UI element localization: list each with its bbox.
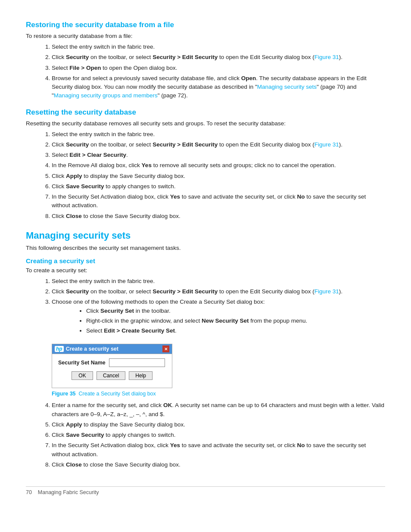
restoring-intro: To restore a security database from a fi… <box>26 33 385 39</box>
figure35-caption: Figure 35 Create a Security Set dialog b… <box>52 391 385 397</box>
managing-sets-link[interactable]: Managing security sets <box>257 84 317 90</box>
figure31-link-1[interactable]: Figure 31 <box>314 54 339 60</box>
list-item: Browse for and select a previously saved… <box>52 74 385 100</box>
list-item: Click Security on the toolbar, or select… <box>52 140 385 149</box>
list-item: Select the entry switch in the fabric tr… <box>52 130 385 139</box>
creating-intro: To create a security set: <box>26 267 385 274</box>
list-item: Select the entry switch in the fabric tr… <box>52 277 385 286</box>
list-item: Click Save Security to apply changes to … <box>52 182 385 191</box>
figure31-link-3[interactable]: Figure 31 <box>314 288 339 295</box>
list-item: Select File > Open to open the Open dial… <box>52 64 385 72</box>
dialog-titlebar: hp Create a security set ✕ <box>52 344 172 354</box>
dialog-close-button[interactable]: ✕ <box>162 345 169 352</box>
list-item: Click Close to close the Save Security d… <box>52 212 385 221</box>
list-item: Select Edit > Create Security Set. <box>86 327 385 335</box>
list-item: Click Security on the toolbar, or select… <box>52 53 385 62</box>
hp-logo: hp <box>55 346 64 352</box>
list-item: Click Save Security to apply changes to … <box>52 431 385 439</box>
creating-step3-bullets: Click Security Set in the toolbar. Right… <box>86 307 385 336</box>
resetting-title: Resetting the security database <box>26 108 385 117</box>
managing-title: Managing security sets <box>26 230 385 241</box>
list-item: Enter a name for the security set, and c… <box>52 401 385 419</box>
list-item: In the Security Set Activation dialog bo… <box>52 441 385 459</box>
list-item: In the Remove All dialog box, click Yes … <box>52 161 385 170</box>
list-item: Click Close to close the Save Security d… <box>52 460 385 469</box>
security-set-name-row: Security Set Name <box>58 358 166 367</box>
footer-text: Managing Fabric Security <box>38 489 99 495</box>
list-item: Click Apply to display the Save Security… <box>52 420 385 429</box>
resetting-steps: Select the entry switch in the fabric tr… <box>52 130 385 221</box>
create-security-set-dialog: hp Create a security set ✕ Security Set … <box>52 344 172 388</box>
dialog-help-button[interactable]: Help <box>129 371 153 380</box>
page-footer: 70 Managing Fabric Security <box>26 486 385 495</box>
creating-steps: Select the entry switch in the fabric tr… <box>52 277 385 336</box>
figure35-label: Figure 35 <box>52 391 76 397</box>
security-set-name-label: Security Set Name <box>58 360 106 366</box>
page-content: Restoring the security database from a f… <box>26 21 385 495</box>
list-item: Click Security Set in the toolbar. <box>86 307 385 315</box>
dialog-body: Security Set Name OK Cancel Help <box>52 354 172 388</box>
list-item: Select Edit > Clear Security. <box>52 151 385 159</box>
dialog-ok-button[interactable]: OK <box>72 371 93 380</box>
creating-title: Creating a security set <box>26 257 385 264</box>
dialog-cancel-button[interactable]: Cancel <box>97 371 125 380</box>
resetting-intro: Resetting the security database removes … <box>26 120 385 127</box>
managing-intro: This following describes the security se… <box>26 245 385 251</box>
restoring-steps: Select the entry switch in the fabric tr… <box>52 43 385 100</box>
list-item: Click Apply to display the Save Security… <box>52 172 385 180</box>
dialog-buttons-row: OK Cancel Help <box>58 371 166 383</box>
creating-steps-continued: Enter a name for the security set, and c… <box>52 401 385 469</box>
managing-groups-link[interactable]: Managing security groups and members <box>54 92 158 99</box>
list-item: Select the entry switch in the fabric tr… <box>52 43 385 51</box>
list-item: Right-click in the graphic window, and s… <box>86 317 385 325</box>
page-number: 70 <box>26 489 32 495</box>
list-item: Choose one of the following methods to o… <box>52 298 385 335</box>
list-item: In the Security Set Activation dialog bo… <box>52 193 385 210</box>
figure31-link-2[interactable]: Figure 31 <box>314 141 339 148</box>
restoring-title: Restoring the security database from a f… <box>26 21 385 29</box>
list-item: Click Security on the toolbar, or select… <box>52 287 385 296</box>
figure35-text: Create a Security Set dialog box <box>77 391 156 397</box>
dialog-title: Create a security set <box>66 346 118 352</box>
security-set-name-input[interactable] <box>109 358 165 367</box>
